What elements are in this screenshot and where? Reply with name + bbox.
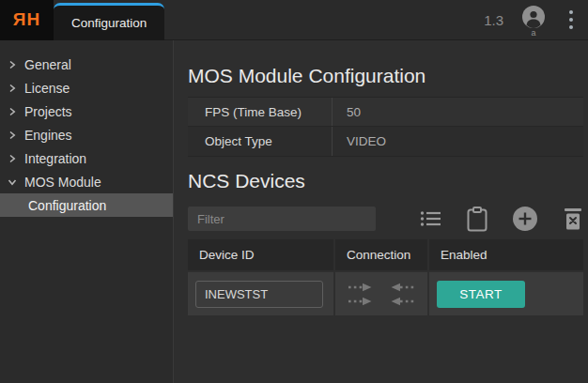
- sidebar-item-label: Configuration: [28, 198, 106, 213]
- sidebar-item-label: Projects: [24, 104, 72, 119]
- sidebar-item-label: License: [24, 81, 70, 96]
- outgoing-arrow-icon: [347, 282, 375, 293]
- device-table: Device ID Connection Enabled: [188, 239, 583, 315]
- logo-text: ЯH: [13, 9, 40, 30]
- sidebar-item-engines[interactable]: Engines: [0, 123, 173, 146]
- connection-status: [347, 282, 416, 307]
- mos-config-title: MOS Module Configuration: [188, 64, 583, 88]
- topbar: ЯH Configuration 1.3 a: [0, 0, 588, 40]
- list-icon: [420, 210, 442, 227]
- device-id-cell: [188, 272, 333, 315]
- chevron-right-icon: [8, 84, 17, 93]
- sidebar-item-label: General: [24, 57, 71, 72]
- filter-input[interactable]: [188, 207, 376, 231]
- chevron-right-icon: [8, 154, 17, 163]
- tab-configuration[interactable]: Configuration: [54, 3, 164, 40]
- ncs-toolbar: [188, 206, 583, 232]
- chevron-down-icon: [8, 177, 17, 187]
- mos-config-table: FPS (Time Base) 50 Object Type VIDEO: [188, 97, 583, 157]
- main-panel: MOS Module Configuration FPS (Time Base)…: [174, 40, 588, 383]
- connection-cell: [333, 272, 427, 315]
- list-view-button[interactable]: [420, 210, 442, 227]
- enabled-cell: START: [427, 272, 583, 315]
- device-table-header: Device ID Connection Enabled: [188, 239, 583, 272]
- paste-button[interactable]: [467, 207, 487, 232]
- app-logo[interactable]: ЯH: [0, 0, 54, 40]
- avatar-initial-label: a: [531, 29, 535, 38]
- add-device-button[interactable]: [512, 206, 538, 232]
- header-enabled: Enabled: [427, 239, 583, 270]
- incoming-arrow-icon: [388, 282, 416, 293]
- header-connection: Connection: [333, 239, 427, 270]
- outgoing-arrow-icon: [347, 296, 375, 307]
- chevron-right-icon: [8, 107, 17, 116]
- delete-icon: [563, 207, 583, 231]
- ncs-devices-title: NCS Devices: [188, 169, 583, 193]
- incoming-arrow-icon: [388, 296, 416, 307]
- sidebar-item-projects[interactable]: Projects: [0, 100, 173, 123]
- config-label: FPS (Time Base): [188, 98, 332, 126]
- config-row-fps: FPS (Time Base) 50: [188, 97, 583, 127]
- version-label: 1.3: [484, 12, 503, 28]
- delete-device-button[interactable]: [563, 207, 583, 231]
- add-icon: [512, 206, 538, 232]
- start-button[interactable]: START: [437, 281, 525, 308]
- sidebar-item-license[interactable]: License: [0, 76, 173, 100]
- sidebar-item-label: Engines: [24, 128, 72, 143]
- chevron-right-icon: [8, 130, 17, 140]
- overflow-menu-icon[interactable]: [562, 7, 580, 33]
- tab-label: Configuration: [71, 16, 147, 30]
- avatar-icon: [522, 6, 545, 28]
- sidebar-item-label: MOS Module: [24, 175, 101, 190]
- config-value-fps[interactable]: 50: [332, 98, 583, 126]
- device-id-input[interactable]: [195, 281, 323, 308]
- sidebar-item-mos-configuration[interactable]: Configuration: [0, 193, 173, 217]
- sidebar-item-label: Integration: [24, 151, 86, 166]
- clipboard-icon: [467, 207, 487, 232]
- chevron-right-icon: [8, 60, 17, 69]
- sidebar-item-mos-module[interactable]: MOS Module: [0, 170, 173, 193]
- config-row-object-type: Object Type VIDEO: [188, 127, 583, 157]
- sidebar-item-integration[interactable]: Integration: [0, 146, 173, 170]
- sidebar-item-general[interactable]: General: [0, 53, 173, 76]
- device-row: START: [188, 272, 583, 315]
- config-value-object-type[interactable]: VIDEO: [332, 127, 583, 156]
- user-avatar[interactable]: a: [522, 6, 545, 38]
- header-device-id: Device ID: [188, 239, 333, 270]
- sidebar: General License Projects Engines Integra…: [0, 40, 174, 383]
- config-label: Object Type: [188, 127, 332, 156]
- app-window: ЯH Configuration 1.3 a General: [0, 0, 588, 383]
- content-area: General License Projects Engines Integra…: [0, 40, 588, 383]
